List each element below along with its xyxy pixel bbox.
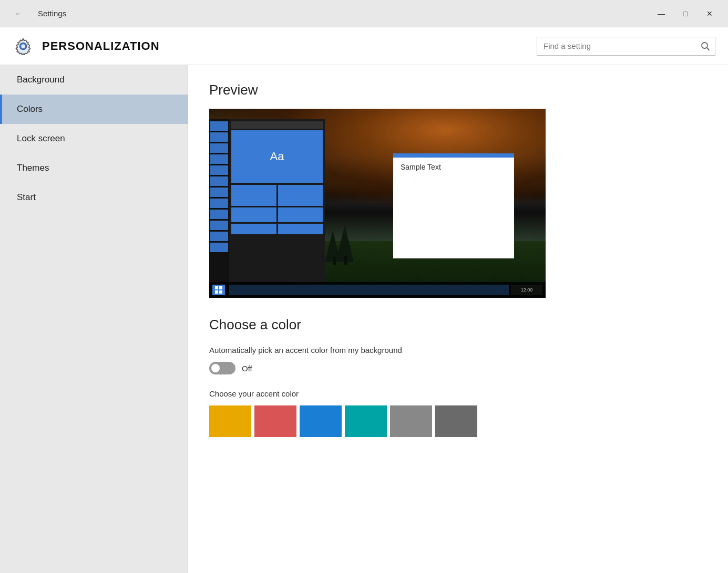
toggle-label: Off [242,364,252,373]
sidebar-item-background[interactable]: Background [0,65,188,95]
preview-start-tiles: Aa [229,119,325,282]
maximize-button[interactable]: □ [673,5,698,22]
minimize-button[interactable]: — [649,5,673,22]
sidebar-item-colors[interactable]: Colors [0,95,188,124]
preview-title: Preview [209,82,707,98]
app-body: Background Colors Lock screen Themes Sta… [0,65,728,573]
preview-popup: Sample Text [393,153,514,258]
auto-pick-label: Automatically pick an accent color from … [209,346,707,355]
search-icon [696,37,715,56]
svg-rect-11 [333,257,336,265]
svg-rect-17 [219,290,222,294]
sidebar-item-start[interactable]: Start [0,183,188,212]
svg-rect-14 [215,286,218,289]
svg-rect-15 [219,286,222,289]
preview-popup-text: Sample Text [393,158,514,176]
titlebar: ← Settings — □ ✕ [0,0,728,27]
toggle-row: Off [209,362,707,374]
preview-aa-text: Aa [231,130,323,183]
sidebar-item-lock-screen[interactable]: Lock screen [0,124,188,153]
close-button[interactable]: ✕ [698,5,722,22]
preview-start-left [209,119,229,282]
preview-start-menu: Aa [209,119,325,282]
color-swatch-yellow[interactable] [209,405,251,437]
svg-rect-16 [215,290,218,294]
color-swatch-blue[interactable] [300,405,342,437]
app-title: PERSONALIZATION [42,39,160,53]
auto-pick-toggle[interactable] [209,362,235,374]
color-swatch-teal[interactable] [345,405,387,437]
main-content: Preview [188,65,728,573]
sidebar-item-themes[interactable]: Themes [0,153,188,183]
sidebar: Background Colors Lock screen Themes Sta… [0,65,188,573]
search-input[interactable] [537,41,696,50]
color-swatch-gray1[interactable] [390,405,432,437]
color-swatch-red[interactable] [254,405,296,437]
window-controls: — □ ✕ [649,5,722,22]
color-swatch-gray2[interactable] [435,405,477,437]
app-header: PERSONALIZATION [0,27,728,65]
gear-icon [13,36,34,57]
search-box[interactable] [537,37,715,56]
preview-container: Aa Sample Text [209,109,546,298]
preview-start-grid [231,185,323,234]
preview-taskbar-start [212,285,225,295]
choose-color-title: Choose a color [209,317,707,333]
window-title: Settings [38,9,66,18]
app-header-left: PERSONALIZATION [13,36,160,57]
accent-color-label: Choose your accent color [209,389,707,398]
titlebar-left: ← Settings [6,5,66,22]
back-button[interactable]: ← [6,5,30,22]
preview-taskbar: 12:00 [209,282,546,298]
svg-line-3 [707,47,710,50]
color-swatches [209,405,707,437]
svg-rect-12 [344,256,347,265]
